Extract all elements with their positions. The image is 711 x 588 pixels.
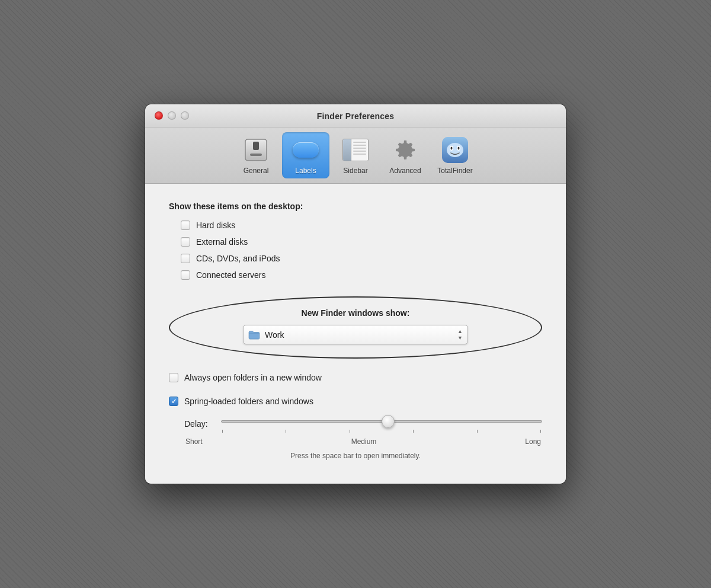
new-finder-windows-dropdown[interactable]: Work ▲ ▼	[243, 325, 468, 344]
slider-label-long: Long	[525, 437, 541, 446]
desktop-section-title: Show these items on the desktop:	[169, 202, 542, 211]
title-bar: Finder Preferences	[145, 104, 566, 127]
tab-general-label: General	[244, 167, 269, 175]
tick	[413, 430, 414, 433]
list-item: CDs, DVDs, and iPods	[181, 254, 542, 263]
slider-track	[221, 420, 542, 423]
tab-totalfinder[interactable]: TotalFinder	[431, 132, 479, 178]
hard-disks-checkbox[interactable]	[181, 220, 190, 230]
toolbar: General Labels	[145, 127, 566, 184]
slider-label-medium: Medium	[351, 437, 377, 446]
content-area: Show these items on the desktop: Hard di…	[145, 184, 566, 484]
delay-row: Delay:	[184, 414, 542, 433]
delay-slider[interactable]	[221, 414, 542, 429]
tab-totalfinder-label: TotalFinder	[437, 167, 472, 175]
dropdown-value: Work	[265, 330, 453, 340]
cds-dvds-checkbox[interactable]	[181, 254, 190, 263]
cds-dvds-label: CDs, DVDs, and iPods	[196, 254, 280, 263]
tab-labels[interactable]: Labels	[282, 132, 329, 178]
svg-point-7	[451, 147, 453, 150]
tick	[540, 430, 541, 433]
always-open-checkbox[interactable]	[169, 373, 178, 382]
tab-advanced[interactable]: Advanced	[382, 132, 429, 178]
close-button[interactable]	[155, 111, 163, 120]
always-open-label: Always open folders in a new window	[184, 373, 322, 382]
connected-servers-checkbox[interactable]	[181, 270, 190, 280]
slider-label-short: Short	[185, 437, 203, 446]
delay-label: Delay:	[184, 419, 214, 429]
tab-sidebar[interactable]: Sidebar	[332, 132, 379, 178]
external-disks-checkbox[interactable]	[181, 237, 190, 247]
general-icon	[242, 136, 270, 164]
tab-general[interactable]: General	[232, 132, 280, 178]
always-open-row: Always open folders in a new window	[169, 373, 542, 382]
labels-icon	[292, 136, 320, 164]
finder-preferences-window: Finder Preferences General	[145, 104, 566, 484]
folder-icon	[248, 330, 260, 340]
list-item: External disks	[181, 237, 542, 247]
totalfinder-icon	[441, 136, 469, 164]
tab-labels-label: Labels	[295, 167, 316, 175]
spring-loaded-section: Spring-loaded folders and windows Delay:	[169, 397, 542, 460]
slider-labels: Short Medium Long	[184, 437, 542, 446]
slider-thumb[interactable]	[382, 415, 395, 428]
maximize-button[interactable]	[181, 111, 189, 120]
tick	[222, 430, 223, 433]
dropdown-arrows-icon: ▲ ▼	[457, 328, 463, 341]
tab-advanced-label: Advanced	[389, 167, 421, 175]
minimize-button[interactable]	[168, 111, 176, 120]
window-title: Finder Preferences	[155, 111, 556, 127]
dropdown-container: Work ▲ ▼	[193, 325, 518, 344]
svg-rect-1	[253, 142, 259, 150]
tick	[350, 430, 350, 433]
desktop-checkbox-group: Hard disks External disks CDs, DVDs, and…	[181, 220, 542, 280]
spring-loaded-row: Spring-loaded folders and windows	[169, 397, 542, 406]
new-finder-windows-section: New Finder windows show: Work ▲ ▼	[169, 296, 542, 359]
svg-point-8	[458, 147, 460, 150]
connected-servers-label: Connected servers	[196, 270, 266, 280]
advanced-icon	[391, 136, 419, 164]
spring-loaded-checkbox[interactable]	[169, 397, 178, 406]
list-item: Connected servers	[181, 270, 542, 280]
spacebar-hint: Press the space bar to open immediately.	[169, 452, 542, 460]
svg-rect-2	[250, 154, 262, 156]
svg-point-4	[447, 143, 463, 157]
slider-wrapper	[221, 414, 542, 433]
tick	[477, 430, 478, 433]
list-item: Hard disks	[181, 220, 542, 230]
slider-ticks	[221, 430, 542, 433]
new-finder-windows-label: New Finder windows show:	[193, 308, 518, 318]
tick	[286, 430, 286, 433]
tab-sidebar-label: Sidebar	[343, 167, 367, 175]
spring-loaded-label: Spring-loaded folders and windows	[184, 397, 313, 406]
sidebar-icon	[341, 136, 370, 164]
external-disks-label: External disks	[196, 237, 248, 247]
hard-disks-label: Hard disks	[196, 220, 235, 230]
